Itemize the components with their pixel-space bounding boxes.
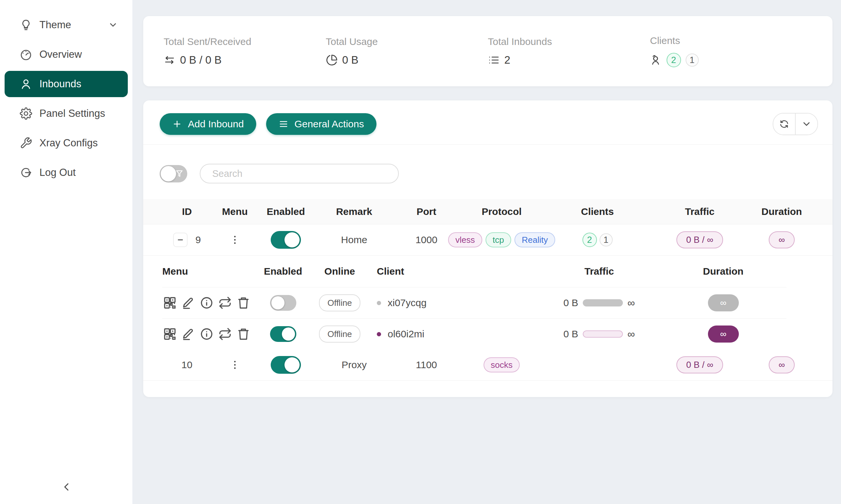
traffic-limit: ∞	[628, 297, 635, 309]
delete-client-button[interactable]	[236, 326, 251, 342]
sidebar-item-panel-settings[interactable]: Panel Settings	[5, 101, 128, 127]
sidebar-item-label: Log Out	[39, 167, 75, 179]
general-actions-button[interactable]: General Actions	[266, 113, 377, 135]
sub-column-client: Client	[364, 266, 538, 277]
inbounds-table: ID Menu Enabled Remark Port Protocol Cli…	[143, 199, 833, 381]
client-duration-pill: ∞	[708, 294, 739, 311]
traffic-progress-bar	[583, 299, 623, 306]
pencil-icon	[181, 296, 195, 310]
sub-column-menu: Menu	[162, 266, 251, 277]
sidebar-item-log-out[interactable]: Log Out	[5, 160, 128, 186]
bulb-icon	[20, 19, 32, 31]
inbound-port: 1100	[392, 359, 461, 371]
pie-chart-icon	[326, 54, 338, 66]
reset-traffic-button[interactable]	[218, 295, 233, 310]
inbound-id: 10	[160, 359, 214, 371]
column-header-protocol: Protocol	[461, 206, 543, 217]
client-enabled-toggle[interactable]	[270, 295, 296, 311]
toggle-knob	[285, 357, 299, 373]
sidebar-item-theme[interactable]: Theme	[5, 12, 128, 38]
traffic-pill: 0 B / ∞	[676, 231, 723, 248]
refresh-button-group	[773, 113, 818, 135]
sidebar-item-label: Panel Settings	[39, 108, 105, 120]
sidebar-item-label: Theme	[39, 19, 71, 31]
inbounds-card: Add Inbound General Actions	[143, 101, 833, 397]
minus-icon	[176, 236, 185, 244]
stat-clients: Clients 2 1	[650, 35, 812, 67]
user-icon	[20, 78, 32, 90]
wrench-icon	[20, 137, 32, 149]
client-info-button[interactable]	[199, 295, 214, 310]
column-header-id: ID	[160, 206, 214, 217]
inbound-enabled-toggle[interactable]	[271, 231, 301, 249]
column-header-remark: Remark	[316, 206, 392, 217]
sub-column-enabled: Enabled	[251, 266, 315, 277]
table-header: ID Menu Enabled Remark Port Protocol Cli…	[143, 199, 833, 224]
client-status-dot	[377, 332, 381, 336]
dots-vertical-icon	[229, 234, 240, 246]
toolbar: Add Inbound General Actions	[143, 101, 833, 144]
add-inbound-button[interactable]: Add Inbound	[160, 113, 256, 135]
info-icon	[200, 327, 213, 341]
collapse-row-button[interactable]	[173, 233, 188, 247]
main-content: Total Sent/Received 0 B / 0 B Total Usag…	[132, 0, 841, 504]
inbound-enabled-toggle[interactable]	[271, 356, 301, 374]
sub-column-duration: Duration	[660, 266, 787, 277]
delete-client-button[interactable]	[236, 295, 251, 310]
toolbar-divider	[143, 144, 833, 145]
traffic-limit: ∞	[628, 328, 635, 340]
app-layout: Theme Overview Inbounds	[0, 0, 841, 504]
stat-value: 0 B	[342, 54, 359, 66]
plus-icon	[172, 119, 182, 129]
chevron-down-icon	[108, 20, 118, 30]
stat-label: Total Usage	[326, 36, 488, 47]
inbound-id: 9	[195, 234, 201, 246]
client-row-ol60i2mi: Offline ol60i2mi 0 B ∞ ∞	[162, 319, 787, 349]
search-row	[143, 164, 833, 183]
refresh-options-button[interactable]	[796, 113, 817, 134]
sidebar-item-xray-configs[interactable]: Xray Configs	[5, 130, 128, 156]
row-menu-button[interactable]	[228, 356, 242, 374]
filter-toggle[interactable]	[160, 165, 187, 182]
edit-client-button[interactable]	[181, 295, 196, 310]
inbound-remark: Home	[316, 234, 392, 246]
gear-icon	[20, 107, 32, 120]
qrcode-button[interactable]	[162, 295, 177, 310]
toggle-knob	[282, 327, 295, 341]
dots-vertical-icon	[229, 359, 240, 371]
sub-column-traffic: Traffic	[538, 266, 660, 277]
edit-client-button[interactable]	[181, 326, 196, 342]
row-menu-button[interactable]	[228, 231, 242, 249]
sidebar-item-overview[interactable]: Overview	[5, 41, 128, 68]
dashboard-icon	[20, 48, 32, 61]
search-input[interactable]	[200, 164, 399, 183]
column-header-port: Port	[392, 206, 461, 217]
traffic-pill: 0 B / ∞	[676, 356, 723, 373]
sidebar-collapse-button[interactable]	[56, 477, 76, 497]
sidebar-item-label: Xray Configs	[39, 137, 98, 149]
clients-subtable: Menu Enabled Online Client Traffic Durat…	[162, 256, 787, 349]
duration-pill: ∞	[769, 356, 795, 373]
refresh-icon	[779, 119, 789, 129]
table-row-inbound-10: 10 Proxy 1100 socks	[143, 349, 833, 381]
subtable-header: Menu Enabled Online Client Traffic Durat…	[162, 256, 787, 287]
stat-label: Total Inbounds	[488, 36, 650, 47]
sidebar-item-label: Inbounds	[39, 78, 82, 90]
info-icon	[200, 296, 213, 310]
sidebar-item-inbounds[interactable]: Inbounds	[5, 71, 128, 97]
refresh-button[interactable]	[773, 113, 795, 134]
client-enabled-toggle[interactable]	[270, 326, 296, 342]
column-header-menu: Menu	[214, 206, 256, 217]
client-row-xi07ycqg: Offline xi07ycqg 0 B ∞ ∞	[162, 287, 787, 319]
qrcode-icon	[163, 327, 177, 341]
stat-value: 0 B / 0 B	[180, 54, 222, 66]
reset-traffic-button[interactable]	[218, 326, 233, 342]
online-status-badge: Offline	[319, 325, 361, 343]
toggle-knob	[271, 296, 285, 309]
qrcode-button[interactable]	[162, 326, 177, 342]
toggle-knob	[285, 232, 299, 247]
repeat-icon	[218, 296, 232, 310]
inbound-remark: Proxy	[316, 359, 392, 371]
client-info-button[interactable]	[199, 326, 214, 342]
trash-icon	[237, 296, 250, 310]
